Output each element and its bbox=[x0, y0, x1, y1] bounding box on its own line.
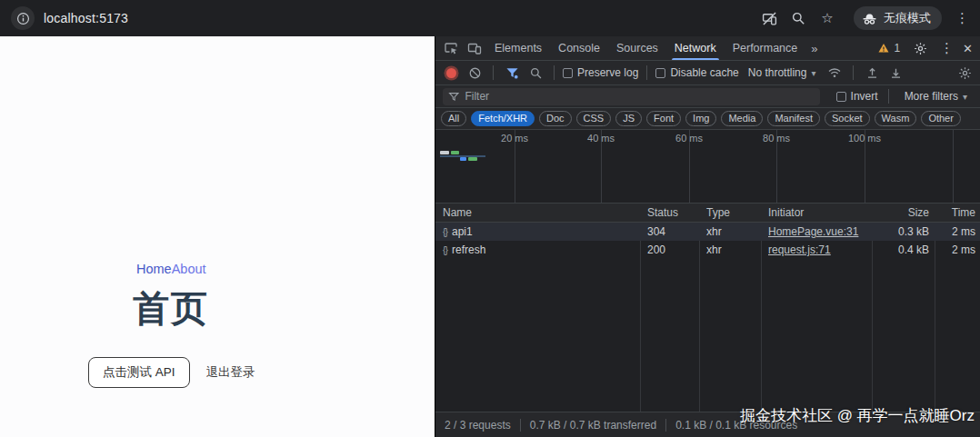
warning-icon bbox=[877, 42, 890, 55]
checkbox-icon bbox=[655, 68, 665, 78]
import-har-icon[interactable] bbox=[862, 63, 882, 83]
request-type-filters: All Fetch/XHR Doc CSS JS Font Img Media … bbox=[435, 108, 980, 130]
filter-bar: Invert More filters ▾ bbox=[435, 85, 980, 108]
request-status: 304 bbox=[640, 223, 699, 241]
address-bar[interactable]: localhost:5173 bbox=[11, 6, 128, 30]
request-status: 200 bbox=[640, 241, 699, 259]
filter-toggle-icon[interactable] bbox=[502, 63, 522, 83]
chip-other[interactable]: Other bbox=[921, 111, 961, 126]
tab-performance[interactable]: Performance bbox=[725, 36, 806, 60]
chip-fetch-xhr[interactable]: Fetch/XHR bbox=[471, 111, 535, 126]
browser-menu-icon[interactable]: ⋮ bbox=[955, 10, 971, 26]
request-type: xhr bbox=[699, 223, 761, 241]
funnel-icon bbox=[448, 91, 459, 103]
toolbar-actions: ☆ 无痕模式 ⋮ bbox=[761, 6, 971, 30]
device-toolbar-icon[interactable] bbox=[463, 36, 486, 60]
network-toolbar: Preserve log Disable cache No throttling… bbox=[435, 61, 980, 85]
filter-input[interactable] bbox=[465, 90, 815, 103]
network-search-icon[interactable] bbox=[525, 63, 545, 83]
network-conditions-icon[interactable] bbox=[825, 63, 845, 83]
preserve-log-checkbox[interactable]: Preserve log bbox=[563, 66, 638, 79]
chip-img[interactable]: Img bbox=[685, 111, 716, 126]
clear-network-icon[interactable] bbox=[465, 63, 485, 83]
timeline-tick: 20 ms bbox=[478, 133, 551, 144]
request-name[interactable]: {} api1 bbox=[435, 223, 640, 241]
filter-field[interactable] bbox=[443, 88, 820, 105]
record-network-icon[interactable] bbox=[441, 63, 461, 83]
table-row[interactable]: {} api1 304 xhr HomePage.vue:31 0.3 kB 2… bbox=[435, 223, 980, 241]
resources-summary: 0.1 kB / 0.1 kB resources bbox=[665, 419, 806, 432]
checkbox-icon bbox=[563, 68, 573, 78]
devtools-tabbar: Elements Console Sources Network Perform… bbox=[435, 36, 980, 61]
devtools-menu-icon[interactable]: ⋮ bbox=[940, 40, 955, 56]
checkbox-icon bbox=[836, 92, 846, 102]
chip-media[interactable]: Media bbox=[721, 111, 763, 126]
devtools-settings-icon[interactable] bbox=[908, 42, 932, 55]
bookmark-star-icon[interactable]: ☆ bbox=[819, 10, 835, 26]
column-header-type[interactable]: Type bbox=[699, 204, 761, 222]
issues-badge[interactable]: 1 bbox=[877, 42, 900, 55]
devtools-panel: Elements Console Sources Network Perform… bbox=[435, 36, 980, 437]
request-name[interactable]: {} refresh bbox=[435, 241, 640, 259]
tab-console[interactable]: Console bbox=[550, 36, 608, 60]
chip-manifest[interactable]: Manifest bbox=[767, 111, 820, 126]
chip-socket[interactable]: Socket bbox=[825, 111, 870, 126]
initiator-link[interactable]: HomePage.vue:31 bbox=[768, 225, 858, 238]
page-nav: HomeAbout bbox=[136, 262, 206, 276]
table-row[interactable]: {} refresh 200 xhr request.js:71 0.4 kB … bbox=[435, 241, 980, 259]
devtools-close-icon[interactable]: ✕ bbox=[963, 42, 973, 55]
xhr-braces-icon: {} bbox=[443, 244, 447, 255]
inspect-element-icon[interactable] bbox=[439, 36, 463, 60]
initiator-link[interactable]: request.js:71 bbox=[768, 243, 831, 256]
transferred-summary: 0.7 kB / 0.7 kB transferred bbox=[520, 419, 665, 432]
request-time: 2 ms bbox=[935, 223, 980, 241]
send-to-devices-icon[interactable] bbox=[761, 10, 777, 26]
issues-count: 1 bbox=[894, 42, 900, 55]
tab-sources[interactable]: Sources bbox=[608, 36, 666, 60]
nav-link-about[interactable]: About bbox=[172, 262, 206, 276]
more-filters-dropdown[interactable]: More filters ▾ bbox=[899, 90, 973, 103]
table-header: Name Status Type Initiator Size Time bbox=[435, 204, 980, 223]
network-status-bar: 2 / 3 requests 0.7 kB / 0.7 kB transferr… bbox=[435, 412, 980, 437]
waterfall-bar bbox=[440, 151, 449, 154]
xhr-braces-icon: {} bbox=[443, 226, 447, 237]
search-icon[interactable] bbox=[790, 10, 806, 26]
screen: localhost:5173 ☆ 无痕模式 ⋮ HomeAbout 首页 bbox=[0, 0, 980, 437]
more-tabs-icon[interactable]: » bbox=[805, 42, 823, 55]
request-size: 0.4 kB bbox=[872, 241, 935, 259]
chip-wasm[interactable]: Wasm bbox=[875, 111, 917, 126]
tab-elements[interactable]: Elements bbox=[486, 36, 550, 60]
column-header-status[interactable]: Status bbox=[640, 204, 699, 222]
chip-font[interactable]: Font bbox=[646, 111, 681, 126]
chip-all[interactable]: All bbox=[441, 111, 466, 126]
tabbar-right: 1 ⋮ ✕ bbox=[877, 40, 976, 56]
tab-network[interactable]: Network bbox=[666, 36, 725, 60]
throttling-dropdown[interactable]: No throttling ▾ bbox=[743, 66, 822, 79]
column-header-initiator[interactable]: Initiator bbox=[761, 204, 872, 222]
request-type: xhr bbox=[699, 241, 761, 259]
site-info-icon[interactable] bbox=[11, 6, 35, 30]
waterfall-bar bbox=[468, 157, 477, 161]
logout-button[interactable]: 退出登录 bbox=[201, 358, 261, 387]
invert-checkbox[interactable]: Invert bbox=[836, 90, 878, 103]
requests-summary: 2 / 3 requests bbox=[445, 419, 520, 432]
disable-cache-checkbox[interactable]: Disable cache bbox=[655, 66, 738, 79]
requests-table: Name Status Type Initiator Size Time {} … bbox=[435, 204, 980, 412]
column-header-name[interactable]: Name bbox=[435, 204, 640, 222]
export-har-icon[interactable] bbox=[885, 63, 905, 83]
test-api-button[interactable]: 点击测试 API bbox=[88, 357, 190, 388]
chip-js[interactable]: JS bbox=[615, 111, 642, 126]
chip-doc[interactable]: Doc bbox=[539, 111, 572, 126]
timeline-tick: 60 ms bbox=[653, 133, 725, 144]
url-text[interactable]: localhost:5173 bbox=[44, 11, 128, 25]
content-split: HomeAbout 首页 点击测试 API 退出登录 Elements Cons… bbox=[0, 36, 980, 437]
chevron-down-icon: ▾ bbox=[963, 92, 967, 102]
chip-css[interactable]: CSS bbox=[576, 111, 612, 126]
nav-link-home[interactable]: Home bbox=[136, 262, 172, 276]
network-settings-icon[interactable] bbox=[955, 63, 975, 83]
timeline-tick: 40 ms bbox=[565, 133, 637, 144]
browser-toolbar: localhost:5173 ☆ 无痕模式 ⋮ bbox=[0, 0, 980, 36]
network-overview[interactable]: 20 ms 40 ms 60 ms 80 ms 100 ms bbox=[435, 130, 980, 204]
column-header-size[interactable]: Size bbox=[872, 204, 935, 222]
column-header-time[interactable]: Time bbox=[935, 204, 980, 222]
